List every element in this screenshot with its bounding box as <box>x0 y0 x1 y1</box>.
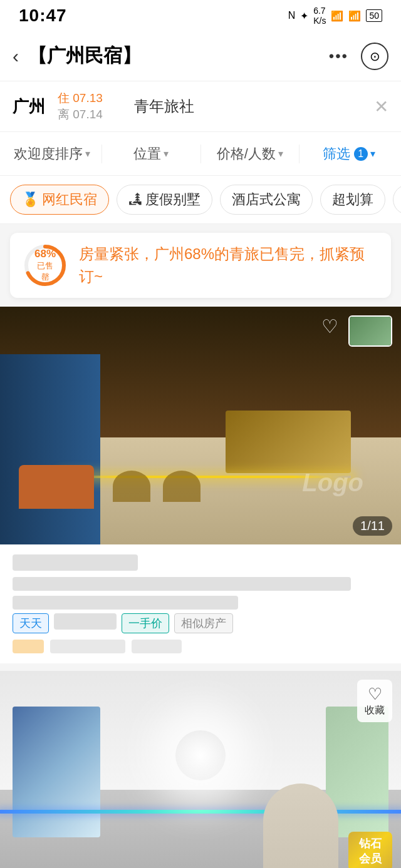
hotel-price-blur <box>50 640 125 653</box>
signal-icon: 📶 <box>348 10 361 22</box>
checkin-date[interactable]: 住 07.13 <box>58 90 127 106</box>
favorite-button[interactable]: ♡ <box>321 315 338 337</box>
hotel-tags-row: 天天 一手价 相似房产 <box>13 613 388 633</box>
ceiling-light <box>175 730 226 780</box>
image-counter: 1/11 <box>353 516 392 536</box>
filter-divider-2 <box>200 145 201 163</box>
alert-banner: 68% 已售罄 房量紧张，广州68%的青旅已售完，抓紧预订~ <box>10 233 391 298</box>
hotel-tag-daily: 天天 <box>13 613 49 633</box>
tag-label: 酒店式公寓 <box>232 190 301 209</box>
search-city[interactable]: 广州 <box>13 96 50 118</box>
arch-decoration <box>263 784 338 868</box>
logo-decoration: Logo <box>302 469 363 497</box>
hotel-tag-price: 一手价 <box>122 613 169 633</box>
chevron-down-icon: ▾ <box>278 148 283 160</box>
filter-screen-label: 筛选 <box>323 145 350 163</box>
tag-villa[interactable]: 🏞 度假别墅 <box>117 185 212 215</box>
hotel-interior-2-illustration <box>0 671 401 868</box>
chair-decoration <box>113 471 150 502</box>
tag-label: 网红民宿 <box>42 190 97 209</box>
hotel-tag-similar: 相似房产 <box>174 613 233 633</box>
hotel-image-1[interactable]: Logo ♡ 1/11 <box>0 307 401 544</box>
search-keyword[interactable]: 青年旅社 <box>134 96 367 116</box>
filter-bar: 欢迎度排序 ▾ 位置 ▾ 价格/人数 ▾ 筛选 1 ▾ <box>0 132 401 176</box>
wall-left <box>0 354 100 544</box>
filter-location-label: 位置 <box>133 145 161 163</box>
tags-bar: 🏅 网红民宿 🏞 度假别墅 酒店式公寓 超划算 天河区 <box>0 176 401 224</box>
filter-price[interactable]: 价格/人数 ▾ <box>204 145 296 163</box>
back-button[interactable]: ‹ <box>13 46 19 67</box>
medal-icon: 🏅 <box>22 191 39 208</box>
alert-text: 房量紧张，广州68%的青旅已售完，抓紧预订~ <box>79 243 378 288</box>
hotel-interior-illustration: Logo <box>0 307 401 544</box>
chevron-down-icon: ▾ <box>164 148 169 160</box>
mountain-icon: 🏞 <box>128 191 142 208</box>
filter-divider-3 <box>299 145 299 163</box>
status-icons: N ✦ 6.7K/s 📶 📶 50 <box>288 6 382 26</box>
filter-price-label: 价格/人数 <box>217 145 276 163</box>
search-clear-button[interactable]: ✕ <box>374 96 388 117</box>
sofa <box>19 465 94 509</box>
tag-label: 度假别墅 <box>145 190 200 209</box>
filter-badge: 1 <box>354 147 368 161</box>
filter-location[interactable]: 位置 ▾ <box>105 145 197 163</box>
filter-sort-label: 欢迎度排序 <box>14 145 83 163</box>
tag-wanghong[interactable]: 🏅 网红民宿 <box>10 185 109 215</box>
camera-button[interactable]: ⊙ <box>361 43 388 70</box>
filter-sort[interactable]: 欢迎度排序 ▾ <box>6 145 98 163</box>
led-strip <box>0 810 401 814</box>
sold-percent: 68% <box>34 248 56 260</box>
collect-button[interactable]: ♡ 收藏 <box>357 680 392 722</box>
main-content: Logo ♡ 1/11 天天 一手价 相似房产 <box>0 307 401 868</box>
tag-blur <box>54 613 117 630</box>
collect-label: 收藏 <box>365 704 385 717</box>
hotel-info-1: 天天 一手价 相似房产 <box>0 544 401 663</box>
tag-tianhe[interactable]: 天河区 <box>393 185 401 215</box>
sold-label: 已售罄 <box>34 260 56 283</box>
search-dates[interactable]: 住 07.13 离 07.14 <box>58 90 127 123</box>
wall-decor <box>13 707 100 837</box>
status-time: 10:47 <box>19 6 67 26</box>
hotel-score-blur <box>132 640 182 653</box>
chevron-down-icon: ▾ <box>85 148 90 160</box>
hotel-overlay-actions: ♡ 收藏 <box>357 680 392 722</box>
more-button[interactable]: ••• <box>329 48 348 65</box>
battery-icon: 50 <box>366 9 382 22</box>
filter-screen[interactable]: 筛选 1 ▾ <box>303 145 395 163</box>
bluetooth-icon: ✦ <box>300 10 308 22</box>
hotel-name-blurred <box>13 554 138 571</box>
hotel-desc-blur <box>13 577 351 591</box>
sold-out-circle: 68% 已售罄 <box>23 243 68 288</box>
hotel-desc-blur-2 <box>13 596 238 610</box>
search-bar[interactable]: 广州 住 07.13 离 07.14 青年旅社 ✕ <box>0 81 401 132</box>
page-title: 【广州民宿】 <box>28 43 320 69</box>
tag-apartment[interactable]: 酒店式公寓 <box>220 185 313 215</box>
chevron-down-icon: ▾ <box>370 148 375 160</box>
hotel-price-row <box>13 640 388 653</box>
tag-cheap[interactable]: 超划算 <box>320 185 385 215</box>
reception-counter <box>226 411 351 473</box>
price-icon-blur <box>13 640 44 653</box>
nfc-icon: N <box>288 10 296 21</box>
camera-icon: ⊙ <box>370 49 380 64</box>
speed-icon: 6.7K/s <box>313 6 326 26</box>
diamond-label: 钻石会员 <box>359 837 382 864</box>
hotel-name-row <box>13 554 388 571</box>
tag-label: 超划算 <box>332 190 373 209</box>
hotel-card-1[interactable]: Logo ♡ 1/11 天天 一手价 相似房产 <box>0 307 401 663</box>
nav-actions: ••• ⊙ <box>329 43 388 70</box>
hotel-card-2[interactable]: ♡ 收藏 13 钻石会员 体验中 <box>0 671 401 868</box>
hotel-image-2[interactable]: ♡ 收藏 13 钻石会员 体验中 <box>0 671 401 868</box>
heart-icon: ♡ <box>368 685 382 704</box>
diamond-badge: 钻石会员 <box>348 832 392 868</box>
filter-divider <box>102 145 102 163</box>
thumbnail-image <box>350 317 391 345</box>
checkout-date[interactable]: 离 07.14 <box>58 106 127 123</box>
status-bar: 10:47 N ✦ 6.7K/s 📶 📶 50 <box>0 0 401 31</box>
hotel-thumbnail <box>348 315 392 347</box>
wifi-icon: 📶 <box>331 10 343 22</box>
nav-bar: ‹ 【广州民宿】 ••• ⊙ <box>0 31 401 81</box>
chair-decoration <box>163 471 200 502</box>
